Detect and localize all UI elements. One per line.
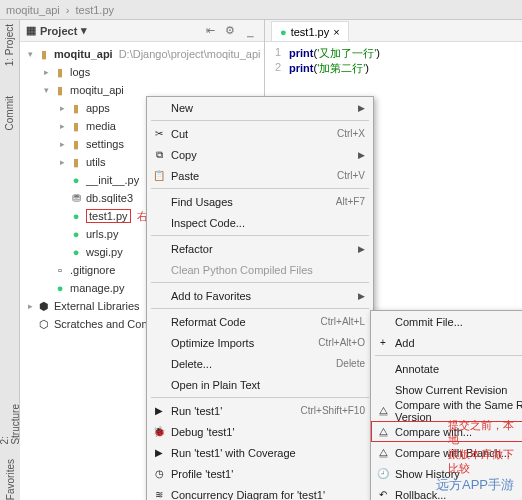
- annotation-compare: 提交之前，本地 跟版本库做下比较: [448, 418, 522, 475]
- menu-icon: 🕘: [375, 468, 391, 479]
- menu-icon: ↶: [375, 489, 391, 500]
- scratches-icon: ⬡: [36, 318, 52, 331]
- menu-label: Delete...: [171, 358, 212, 370]
- menu-shortcut: Ctrl+Alt+L: [321, 316, 365, 327]
- folder-icon: ▮: [52, 66, 68, 79]
- menu-label: Clean Python Compiled Files: [171, 264, 313, 276]
- menu-item[interactable]: ✂CutCtrl+X: [147, 123, 373, 144]
- menu-label: Open in Plain Text: [171, 379, 260, 391]
- menu-icon: ⧋: [375, 447, 391, 459]
- code-line[interactable]: 2print('加第二行'): [265, 61, 522, 76]
- code-editor[interactable]: 1print('又加了一行')2print('加第二行'): [265, 42, 522, 80]
- tool-tab-project[interactable]: 1: Project: [4, 24, 15, 66]
- menu-icon: +: [375, 337, 391, 348]
- menu-shortcut: Ctrl+Alt+O: [318, 337, 365, 348]
- menu-icon: ⧋: [375, 405, 391, 417]
- folder-icon: ▮: [68, 102, 84, 115]
- chevron-right-icon: ▶: [358, 103, 365, 113]
- context-menu[interactable]: New▶✂CutCtrl+X⧉Copy▶📋PasteCtrl+VFind Usa…: [146, 96, 374, 500]
- menu-icon: ▶: [151, 447, 167, 458]
- editor-tabs: ● test1.py ×: [265, 20, 522, 42]
- menu-icon: ◷: [151, 468, 167, 479]
- menu-icon: ⧋: [375, 426, 391, 438]
- tree-row[interactable]: ▾▮moqitu_apiD:\Django\project\moqitu_api: [20, 45, 264, 63]
- panel-header: ▦ Project ▾ ⇤ ⚙ ⎯: [20, 20, 264, 42]
- menu-item[interactable]: ▶Run 'test1'Ctrl+Shift+F10: [147, 400, 373, 421]
- menu-label: Paste: [171, 170, 199, 182]
- menu-item[interactable]: Show Current Revision: [371, 379, 522, 400]
- menu-label: Find Usages: [171, 196, 233, 208]
- menu-item[interactable]: 🐞Debug 'test1': [147, 421, 373, 442]
- close-icon[interactable]: ×: [333, 26, 339, 38]
- menu-item[interactable]: Reformat CodeCtrl+Alt+L: [147, 311, 373, 332]
- menu-separator: [375, 355, 522, 356]
- python-file-icon: ●: [68, 228, 84, 240]
- python-file-icon: ●: [68, 174, 84, 186]
- menu-item[interactable]: +AddCtrl+Alt+A: [371, 332, 522, 353]
- gear-icon[interactable]: ⚙: [222, 23, 238, 39]
- menu-item[interactable]: Inspect Code...: [147, 212, 373, 233]
- menu-item[interactable]: Delete...Delete: [147, 353, 373, 374]
- menu-label: Optimize Imports: [171, 337, 254, 349]
- hide-icon[interactable]: ⎯: [242, 23, 258, 39]
- menu-label: Reformat Code: [171, 316, 246, 328]
- menu-icon: ▶: [151, 405, 167, 416]
- menu-item[interactable]: ◷Profile 'test1': [147, 463, 373, 484]
- menu-item[interactable]: Optimize ImportsCtrl+Alt+O: [147, 332, 373, 353]
- menu-item[interactable]: Refactor▶: [147, 238, 373, 259]
- tool-tab-favorites[interactable]: Favorites: [5, 459, 16, 500]
- menu-item[interactable]: Annotate: [371, 358, 522, 379]
- menu-icon: 📋: [151, 170, 167, 181]
- menu-separator: [151, 397, 369, 398]
- project-icon: ▦: [26, 24, 36, 37]
- file-icon: ▫: [52, 264, 68, 276]
- menu-label: New: [171, 102, 193, 114]
- menu-separator: [151, 308, 369, 309]
- tool-tab-commit[interactable]: Commit: [4, 96, 15, 130]
- menu-item[interactable]: Open in Plain Text: [147, 374, 373, 395]
- menu-icon: ⧉: [151, 149, 167, 161]
- menu-shortcut: Delete: [336, 358, 365, 369]
- python-file-icon: ●: [68, 210, 84, 222]
- tool-tab-structure[interactable]: 2: Structure: [0, 404, 21, 445]
- menu-shortcut: Alt+F7: [336, 196, 365, 207]
- collapse-icon[interactable]: ⇤: [202, 23, 218, 39]
- menu-icon: 🐞: [151, 426, 167, 437]
- editor-tab-label: test1.py: [291, 26, 330, 38]
- library-icon: ⬢: [36, 300, 52, 313]
- menu-item[interactable]: ≋Concurrency Diagram for 'test1': [147, 484, 373, 500]
- folder-icon: ▮: [68, 138, 84, 151]
- database-icon: ⛃: [68, 192, 84, 205]
- tree-row[interactable]: ▸▮logs: [20, 63, 264, 81]
- menu-label: Cut: [171, 128, 188, 140]
- menu-item[interactable]: ▶Run 'test1' with Coverage: [147, 442, 373, 463]
- menu-separator: [151, 282, 369, 283]
- breadcrumb-part[interactable]: test1.py: [76, 4, 115, 16]
- menu-label: Run 'test1': [171, 405, 222, 417]
- menu-icon: ≋: [151, 489, 167, 500]
- menu-shortcut: Ctrl+Shift+F10: [301, 405, 365, 416]
- editor-tab[interactable]: ● test1.py ×: [271, 21, 349, 41]
- breadcrumb-part[interactable]: moqitu_api: [6, 4, 60, 16]
- menu-label: Inspect Code...: [171, 217, 245, 229]
- menu-label: Concurrency Diagram for 'test1': [171, 489, 325, 501]
- menu-label: Refactor: [171, 243, 213, 255]
- menu-separator: [151, 235, 369, 236]
- menu-item[interactable]: Add to Favorites▶: [147, 285, 373, 306]
- panel-title[interactable]: ▦ Project ▾: [26, 24, 87, 37]
- python-file-icon: ●: [52, 282, 68, 294]
- chevron-down-icon[interactable]: ▾: [81, 24, 87, 37]
- menu-item[interactable]: ⧉Copy▶: [147, 144, 373, 165]
- menu-shortcut: Ctrl+X: [337, 128, 365, 139]
- chevron-right-icon: ▶: [358, 150, 365, 160]
- bottom-tool-gutter: 2: Structure Favorites: [0, 440, 20, 500]
- python-file-icon: ●: [280, 26, 287, 38]
- menu-label: Profile 'test1': [171, 468, 233, 480]
- menu-item[interactable]: Commit File...: [371, 311, 522, 332]
- menu-item[interactable]: New▶: [147, 97, 373, 118]
- folder-icon: ▮: [68, 120, 84, 133]
- menu-item[interactable]: Find UsagesAlt+F7: [147, 191, 373, 212]
- menu-shortcut: Ctrl+V: [337, 170, 365, 181]
- code-line[interactable]: 1print('又加了一行'): [265, 46, 522, 61]
- menu-item[interactable]: 📋PasteCtrl+V: [147, 165, 373, 186]
